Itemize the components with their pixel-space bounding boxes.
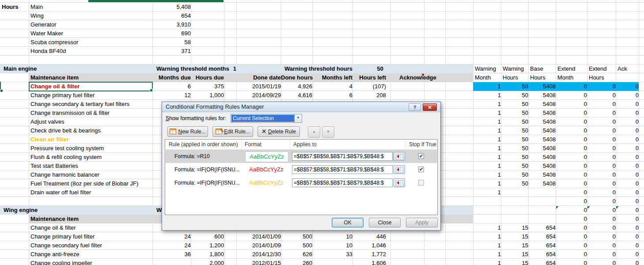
apply-button[interactable]: Apply <box>406 218 438 227</box>
hours-item-name[interactable]: Main <box>29 3 154 11</box>
right-table-value[interactable]: 0 <box>587 126 618 135</box>
right-table-value[interactable]: 0 <box>616 100 641 109</box>
hours-item-value[interactable]: 371 <box>152 47 193 56</box>
right-table-value[interactable]: 1 <box>473 109 503 117</box>
right-table-value[interactable]: 5408 <box>528 179 558 188</box>
right-table-value[interactable]: 0 <box>556 241 589 250</box>
maintenance-item-name[interactable]: Check drive belt & bearings <box>29 126 154 135</box>
right-table-value[interactable]: 0 <box>556 162 589 170</box>
maintenance-item-name[interactable]: Change primary fuel filter <box>29 91 154 100</box>
right-table-value[interactable]: 0 <box>616 241 641 250</box>
right-table-value[interactable]: 654 <box>528 250 558 259</box>
scope-dropdown[interactable]: Current Selection ▼ <box>231 114 302 123</box>
done-date-value[interactable]: 2014/09/29 <box>236 91 283 100</box>
right-table-value[interactable]: 0 <box>616 215 641 223</box>
wing-col-header-maintenance-item[interactable]: Maintenance item <box>29 215 154 223</box>
col-header-hours-due[interactable]: Hours due <box>191 73 226 82</box>
right-header-line1[interactable]: Extend <box>556 64 589 73</box>
right-table-value[interactable]: 1 <box>473 170 503 179</box>
hours-due-value[interactable]: 1,800 <box>191 250 226 259</box>
months-due-value[interactable]: 24 <box>152 241 193 250</box>
warning-threshold-months-value[interactable]: 1 <box>224 64 239 73</box>
hours-due-value[interactable]: 2,000 <box>191 259 226 265</box>
right-table-value[interactable]: 1 <box>473 250 503 259</box>
maintenance-item-name[interactable]: Change anti-freeze <box>29 250 154 259</box>
right-table-value[interactable]: 0 <box>587 82 618 91</box>
right-table-value[interactable]: 654 <box>528 241 558 250</box>
hours-item-name[interactable]: Water Maker <box>29 29 154 38</box>
hours-item-name[interactable]: Scuba compressor <box>29 38 154 47</box>
months-left-value[interactable]: 4 <box>312 82 355 91</box>
new-rule-button[interactable]: New Rule... <box>167 126 208 137</box>
right-table-value[interactable]: 1 <box>473 241 503 250</box>
range-selector-button[interactable] <box>394 165 405 174</box>
maintenance-item-name[interactable]: Change secondary & tertiary fuel filters <box>29 100 154 109</box>
right-table-value[interactable]: 5408 <box>528 135 558 144</box>
hours-item-name[interactable]: Honda BF40d <box>29 47 154 56</box>
right-table-value[interactable]: 5408 <box>528 91 558 100</box>
wing-engine-title[interactable]: Wing engine <box>2 206 90 215</box>
months-left-value[interactable]: 33 <box>312 250 355 259</box>
right-table-value[interactable]: 0 <box>616 117 641 126</box>
maintenance-item-name[interactable]: Change primary fuel filter <box>29 232 154 241</box>
rule-row[interactable]: Formula: =IF(OR(IF(ISNU...AaBbCcYyZz=$B$… <box>166 163 437 176</box>
hours-left-value[interactable]: 446 <box>352 232 388 241</box>
months-due-value[interactable] <box>152 259 193 265</box>
maintenance-item-name[interactable]: Clean air filter <box>29 135 154 144</box>
right-table-value[interactable]: 0 <box>616 223 641 232</box>
right-table-value[interactable]: 50 <box>501 126 530 135</box>
maintenance-item-name[interactable]: Fuel Treatment (8oz per side of Biobar J… <box>29 179 154 188</box>
right-table-value[interactable]: 50 <box>501 170 530 179</box>
done-hours-value[interactable]: 260 <box>281 259 314 265</box>
right-table-value[interactable]: 0 <box>556 100 589 109</box>
right-table-value[interactable]: 50 <box>501 162 530 170</box>
maintenance-item-name[interactable]: Change harmonic balancer <box>29 170 154 179</box>
close-button[interactable]: Close <box>369 218 401 227</box>
maintenance-item-name[interactable]: Drain water off fuel filter <box>29 188 154 197</box>
right-table-value[interactable]: 50 <box>501 117 530 126</box>
right-table-value[interactable]: 0 <box>556 170 589 179</box>
hours-item-value[interactable]: 58 <box>152 38 193 47</box>
done-hours-value[interactable]: 500 <box>281 232 314 241</box>
right-table-value[interactable]: 0 <box>587 232 618 241</box>
right-table-value[interactable]: 50 <box>501 91 530 100</box>
right-table-value[interactable]: 0 <box>587 100 618 109</box>
right-table-value[interactable]: 0 <box>587 162 618 170</box>
right-header-line2[interactable]: Month <box>556 73 589 82</box>
right-table-value[interactable]: 0 <box>556 259 589 265</box>
ok-button[interactable]: OK <box>332 218 364 227</box>
right-table-value[interactable]: 0 <box>556 82 589 91</box>
right-table-value[interactable]: 0 <box>587 215 618 223</box>
hours-item-value[interactable]: 690 <box>152 29 193 38</box>
right-table-value[interactable]: 50 <box>501 109 530 117</box>
right-table-value[interactable]: 0 <box>587 250 618 259</box>
right-table-value[interactable]: 0 <box>616 135 641 144</box>
right-table-value[interactable]: 0 <box>616 109 641 117</box>
months-due-value[interactable]: 36 <box>152 250 193 259</box>
done-date-value[interactable]: 2015/01/19 <box>236 82 283 91</box>
stop-if-true-checkbox[interactable]: ✔ <box>418 153 424 159</box>
close-icon[interactable]: ✕ <box>423 103 437 111</box>
hours-left-value[interactable]: 208 <box>352 91 388 100</box>
hours-item-name[interactable]: Wing <box>29 11 154 20</box>
maintenance-item-name[interactable]: Change transmission oil & filter <box>29 109 154 117</box>
right-table-value[interactable]: 0 <box>616 162 641 170</box>
right-table-value[interactable]: 0 <box>616 250 641 259</box>
right-header-line2[interactable]: Hours <box>528 73 557 82</box>
right-table-value[interactable]: 1 <box>473 100 503 109</box>
right-table-value[interactable]: 1 <box>473 179 503 188</box>
right-table-value[interactable]: 0 <box>556 144 589 153</box>
done-date-value[interactable]: 2014/01/09 <box>236 241 283 250</box>
right-table-value[interactable]: 0 <box>556 206 589 215</box>
hours-left-value[interactable]: 1,772 <box>352 250 388 259</box>
right-header-line2[interactable]: Month <box>473 73 503 82</box>
right-table-value[interactable]: 0 <box>587 109 618 117</box>
right-table-value[interactable]: 15 <box>501 250 530 259</box>
right-table-value[interactable]: 1 <box>473 144 503 153</box>
right-table-value[interactable]: 0 <box>587 144 618 153</box>
right-table-value[interactable]: 15 <box>501 223 530 232</box>
col-header-months-left[interactable]: Months left <box>312 73 355 82</box>
right-table-value[interactable]: 0 <box>587 170 618 179</box>
right-table-value[interactable]: 5408 <box>528 100 558 109</box>
hours-item-name[interactable]: Generator <box>29 20 154 29</box>
